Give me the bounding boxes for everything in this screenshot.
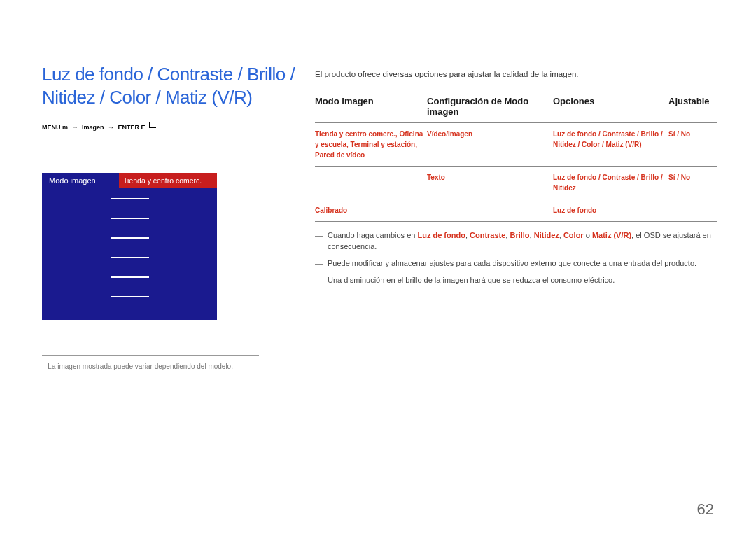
right-column: El producto ofrece diversas opciones par…	[315, 70, 718, 292]
menu-label: MENU	[42, 124, 61, 131]
note-item: Cuando haga cambios en Luz de fondo, Con…	[315, 230, 718, 253]
cell-mode: Calibrado	[315, 205, 427, 216]
intro-text: El producto ofrece diversas opciones par…	[315, 70, 718, 78]
model-footnote: – La imagen mostrada puede variar depend…	[42, 363, 301, 370]
page-number: 62	[697, 500, 714, 519]
note-item: Una disminución en el brillo de la image…	[315, 275, 718, 286]
page-title: Luz de fondo / Contraste / Brillo / Niti…	[42, 63, 301, 108]
cell-mode: Tienda y centro comerc., Oficina y escue…	[315, 129, 427, 160]
enter-icon	[149, 122, 156, 128]
cell-adj: Sí / No	[668, 172, 718, 193]
th-adj: Ajustable	[668, 96, 718, 117]
arrow-icon: →	[108, 124, 114, 131]
th-config: Configuración de Modo imagen	[427, 96, 553, 117]
cell-config	[427, 205, 553, 216]
config-table: Modo imagen Configuración de Modo imagen…	[315, 96, 718, 222]
menu-placeholder-line	[111, 257, 149, 258]
cell-mode	[315, 172, 427, 193]
mode-menu-header: Modo imagen Tienda y centro comerc.	[42, 173, 217, 188]
arrow-icon: →	[72, 124, 78, 131]
menu-placeholder-line	[111, 237, 149, 239]
note-item: Puede modificar y almacenar ajustes para…	[315, 258, 718, 269]
menu-path: MENU m → Imagen → ENTER E	[42, 124, 301, 131]
cell-options: Luz de fondo / Contraste / Brillo / Niti…	[553, 129, 668, 160]
notes: Cuando haga cambios en Luz de fondo, Con…	[315, 230, 718, 286]
th-mode: Modo imagen	[315, 96, 427, 117]
menu-item: Imagen	[82, 124, 104, 131]
left-column: Luz de fondo / Contraste / Brillo / Niti…	[42, 63, 301, 370]
menu-placeholder-line	[111, 218, 149, 219]
cell-options: Luz de fondo / Contraste / Brillo / Niti…	[553, 172, 668, 193]
th-options: Opciones	[553, 96, 668, 117]
mode-menu-box: Modo imagen Tienda y centro comerc.	[42, 173, 217, 320]
menu-placeholder-line	[111, 198, 149, 199]
cell-adj: Sí / No	[668, 129, 718, 160]
mode-menu-value: Tienda y centro comerc.	[119, 173, 217, 188]
cell-config: Vídeo/Imagen	[427, 129, 553, 160]
mode-menu-body	[42, 188, 217, 297]
page: Luz de fondo / Contraste / Brillo / Niti…	[0, 0, 756, 534]
table-row: Tienda y centro comerc., Oficina y escue…	[315, 122, 718, 166]
cell-options: Luz de fondo	[553, 205, 668, 216]
cell-config: Texto	[427, 172, 553, 193]
menu-placeholder-line	[111, 276, 149, 278]
mode-menu-label: Modo imagen	[42, 176, 119, 185]
table-header: Modo imagen Configuración de Modo imagen…	[315, 96, 718, 122]
enter-label: ENTER E	[118, 124, 146, 131]
table-row: Texto Luz de fondo / Contraste / Brillo …	[315, 166, 718, 199]
cell-adj	[668, 205, 718, 216]
divider	[42, 355, 259, 356]
table-row: Calibrado Luz de fondo	[315, 199, 718, 222]
menu-placeholder-line	[111, 296, 149, 297]
menu-m-icon: m	[62, 124, 68, 131]
